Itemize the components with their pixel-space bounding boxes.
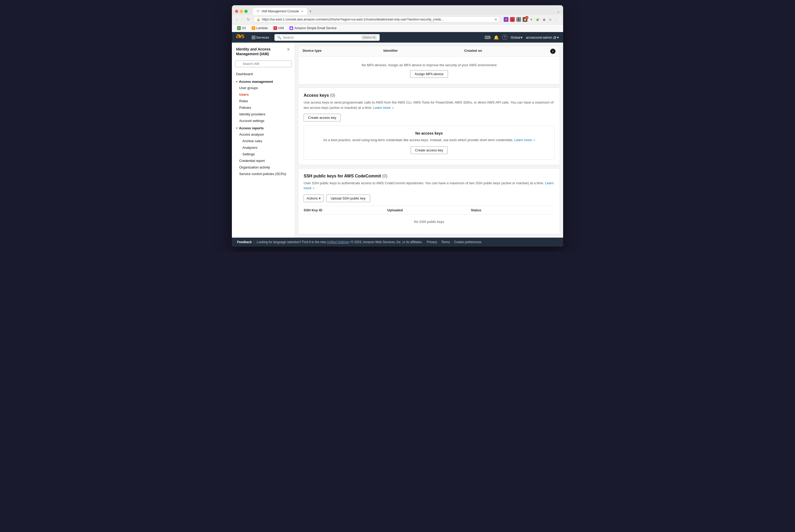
actions-label: Actions [306,196,318,200]
url-bar[interactable]: 🔒 https://us-east-1.console.aws.amazon.c… [253,16,500,23]
url-text: https://us-east-1.console.aws.amazon.com… [262,18,493,21]
forward-button[interactable]: › [241,17,244,22]
expand-reports-icon: ▾ [236,127,238,130]
sidebar-item-access-analyzer[interactable]: Access analyzer [232,131,295,138]
unified-settings-link[interactable]: Unified Settings [327,240,349,244]
access-reports-label: Access reports [239,126,264,130]
bookmark-lambda[interactable]: λ Lambda [249,25,270,31]
url-bar-actions: ⊕ [494,18,497,21]
refresh-button[interactable]: ↻ [246,17,251,22]
sidebar-item-analyzer-settings[interactable]: Settings [232,151,295,157]
account-menu-button[interactable]: arcsecond-admin @ ▾ [526,36,559,39]
sidebar-item-user-groups[interactable]: User groups [232,84,295,91]
sidebar-item-dashboard[interactable]: Dashboard [232,71,295,78]
sidebar-section-access-management[interactable]: ▾ Access management [232,78,295,84]
create-access-key-button-top[interactable]: Create access key [304,114,341,121]
search-magnifier-icon: 🔍 [277,36,281,39]
footer-middle-text: Looking for language selection? Find it … [257,240,326,244]
browser-titlebar: 🛡 IAM Management Console ✕ + ⌄ [232,5,563,15]
account-chevron-icon: ▾ [557,36,559,39]
extension-brave: 🦁 [504,17,508,22]
ssh-actions-dropdown-button[interactable]: Actions ▾ [304,194,324,202]
no-access-keys-description: As a best practice, avoid using long-ter… [309,137,549,143]
bookmark-s3-label: S3 [242,26,246,30]
dashboard-label: Dashboard [236,72,253,76]
sidebar-item-roles[interactable]: Roles [232,98,295,104]
extension-puzzle: 🧩 [535,17,540,22]
aws-search-bar[interactable]: 🔍 [Option+S] [275,34,380,41]
sidebar-item-archive-rules[interactable]: Archive rules [232,138,295,144]
sidebar-item-users[interactable]: Users [232,91,295,98]
browser-extensions: 🦁 △ ℹ 🏠 20 ▼ 🧩 ▣ ⊡ ⋮ [503,17,560,22]
help-icon[interactable]: ? [502,35,507,40]
bookmark-iam[interactable]: I IAM [271,25,286,31]
footer-cookie-preferences-link[interactable]: Cookie preferences [454,240,481,244]
sidebar-close-button[interactable]: ✕ [286,47,290,52]
mfa-col-created-on: Created on [464,49,545,54]
aws-search-input[interactable] [283,36,360,39]
sidebar-section-access-reports[interactable]: ▾ Access reports [232,124,295,131]
region-selector[interactable]: Global ▾ [511,36,523,39]
bookmark-lambda-label: Lambda [256,26,268,30]
window-controls: ⌄ [557,9,560,14]
mfa-empty-state: No MFA devices. Assign an MFA device to … [298,57,560,84]
sidebar-item-credential-report[interactable]: Credential report [232,157,295,164]
ssh-col-uploaded: Uploaded [387,208,471,212]
bookmarks-bar: S3 S3 λ Lambda I IAM ◉ Amazon Simple Ema… [232,24,563,32]
account-name: arcsecond-admin @ [526,36,556,39]
sidebar-item-account-settings[interactable]: Account settings [232,117,295,124]
sidebar-item-policies[interactable]: Policies [232,104,295,111]
sidebar-item-scps[interactable]: Service control policies (SCPs) [232,171,295,177]
new-tab-button[interactable]: + [308,8,313,15]
sidebar-search-input[interactable] [235,60,291,67]
tab-title: IAM Management Console [262,10,299,13]
maximize-window-button[interactable] [245,10,248,13]
sidebar-item-organization-activity[interactable]: Organization activity [232,164,295,171]
ssh-panel: SSH public keys for AWS CodeCommit (0) U… [298,168,560,234]
bookmark-lambda-icon: λ [251,26,255,30]
footer-privacy-link[interactable]: Privacy [427,240,437,244]
ssh-actions-row: Actions ▾ Upload SSH public key [304,194,554,202]
window-menu-button[interactable]: ⌄ [557,9,560,14]
expand-icon: ▾ [236,80,238,83]
address-bar: ‹ › ↻ 🔒 https://us-east-1.console.aws.am… [232,15,563,24]
terminal-icon[interactable]: ⌨ [485,35,491,40]
back-button[interactable]: ‹ [235,17,239,22]
access-keys-title: Access keys (0) [304,93,554,98]
close-window-button[interactable] [235,10,238,13]
bookmark-icon[interactable]: ⊕ [494,18,497,21]
main-content: Device type Identifier Created on i No M… [295,43,563,238]
browser-tab-iam[interactable]: 🛡 IAM Management Console ✕ [253,8,307,15]
footer-terms-link[interactable]: Terms [441,240,450,244]
tab-favicon: 🛡 [257,10,260,13]
ssh-count: (0) [382,174,387,178]
aws-logo [236,34,246,41]
extension-profile: ⊡ [548,17,553,22]
tab-bar: 🛡 IAM Management Console ✕ + [253,8,555,15]
bell-icon[interactable]: 🔔 [494,35,499,40]
create-access-key-button-empty[interactable]: Create access key [411,147,448,154]
access-keys-learn-more-link[interactable]: Learn more [373,106,391,110]
bookmark-s3[interactable]: S3 S3 [235,25,248,31]
upload-ssh-key-button[interactable]: Upload SSH public key [326,194,370,202]
notification-count: 20 [525,16,528,19]
mfa-info-icon[interactable]: i [550,49,555,54]
no-access-keys-learn-more-link[interactable]: Learn more [514,138,532,142]
services-label: Services [256,36,269,39]
extension-sidebar: ▣ [542,17,546,22]
sidebar-title: Identity and Access Management (IAM) [236,47,270,56]
ssh-empty-text: No SSH public keys [414,220,444,224]
services-menu-button[interactable]: Services [250,34,271,40]
sidebar: Identity and Access Management (IAM) ✕ 🔍… [232,43,295,238]
ssh-col-key-id: SSH Key ID [304,208,387,212]
feedback-button[interactable]: Feedback [237,240,251,244]
bookmark-iam-label: IAM [278,26,284,30]
assign-mfa-device-button[interactable]: Assign MFA device [410,70,448,78]
region-label: Global [511,36,520,39]
minimize-window-button[interactable] [240,10,243,13]
tab-close-button[interactable]: ✕ [301,10,303,13]
sidebar-item-identity-providers[interactable]: Identity providers [232,111,295,117]
sidebar-item-analyzers[interactable]: Analyzers [232,144,295,151]
bookmark-ses[interactable]: ◉ Amazon Simple Email Service [287,25,339,31]
extension-notification: 🏠 20 [523,17,527,22]
